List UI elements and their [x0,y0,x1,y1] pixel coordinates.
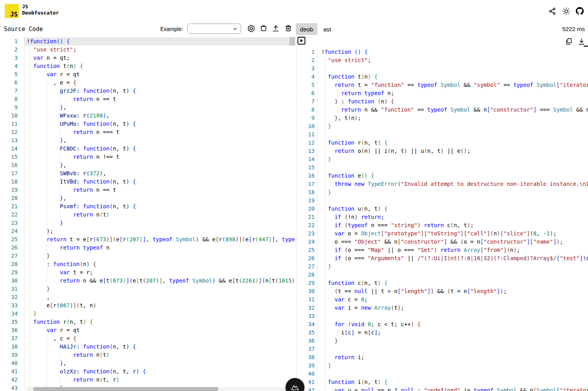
line-number: 32 [0,293,18,301]
line-number: 9 [304,114,315,122]
code-line: 1!function () { [304,48,588,56]
code-line: 4 function t(n) { [0,62,295,70]
code-line: 18 } [304,188,588,196]
left-horizontal-scrollbar-thumb[interactable] [33,387,218,391]
line-number: 13 [304,147,315,155]
code-line: 15 [304,163,588,172]
code-line: 11 [304,130,588,139]
code-text: return n(t, r) [27,376,295,384]
output-editor[interactable]: 1!function () {2 "use strict";34 functio… [304,47,588,391]
output-actions [564,37,586,46]
line-number: 37 [304,345,315,353]
code-line: 32 , [0,293,295,301]
line-number: 7 [304,97,315,106]
code-line: 3 var n = qt; [0,54,295,62]
code-line: 9 }, t(n); [304,114,588,122]
line-number: 11 [0,120,18,128]
code-line: 12 function r(n, t) { [304,139,588,147]
code-text: for (void 0; c < t; c++) { [321,320,588,329]
app-title-line2: Deobfuscator [22,10,59,16]
sun-icon[interactable] [562,7,570,15]
line-number: 10 [304,122,315,130]
code-line: 42 var u = null == n ? null : "undefined… [304,386,588,391]
code-text: return i; [321,353,588,362]
trash-icon[interactable] [284,24,293,33]
code-text: "use strict"; [321,56,588,64]
line-number: 6 [0,79,18,87]
line-number: 40 [0,359,18,367]
example-select[interactable] [187,24,241,34]
line-number: 10 [0,112,18,120]
example-label: Example: [160,26,183,32]
code-line: 35 i[c] = n[c]; [304,329,588,337]
paste-icon[interactable] [259,24,268,33]
code-text: }, [27,103,295,112]
code-text [321,64,588,73]
code-text: if (!n) return; [321,213,588,221]
code-text: e[r(867)](t, n) [27,301,295,310]
code-text [321,312,588,320]
github-icon[interactable] [575,7,584,15]
code-line: 21 if (!n) return; [304,213,588,221]
gear-icon[interactable] [247,24,255,33]
right-scrollbar-indicator[interactable] [584,46,588,47]
code-line: 24 o === "Object" && n["constructor"] &&… [304,238,588,246]
line-number: 1 [304,48,315,56]
chevron-down-icon [233,28,237,30]
line-number: 25 [304,246,315,254]
code-text: WFxxw: r(2108), [27,112,295,120]
line-number: 34 [0,310,18,318]
code-text: : function(n) { [27,260,295,268]
upload-icon[interactable] [271,24,280,33]
tab-deob[interactable]: deob [296,23,317,35]
code-text: !function() { [27,37,295,46]
line-number: 27 [0,252,18,260]
code-line: 31 var c = 0; [304,296,588,304]
code-line: 29 function c(n, t) { [304,279,588,287]
code-line: 13 }, [0,136,295,145]
code-text: throw new TypeError("Invalid attempt to … [321,180,588,188]
line-number: 4 [0,62,18,70]
line-number: 28 [304,271,315,279]
line-number: 38 [304,353,315,362]
code-line: 34 } [0,310,295,318]
line-number: 14 [0,145,18,153]
code-text: return n(t) [27,211,295,219]
line-number: 11 [304,130,315,139]
code-text: } [321,155,588,163]
line-number: 17 [304,180,315,188]
line-number: 3 [0,54,18,62]
code-line: 31 } [0,285,295,293]
tab-ast[interactable]: ast [317,23,337,35]
line-number: 23 [0,219,18,227]
code-line: 6 return typeof n; [304,89,588,97]
line-number: 20 [304,205,315,213]
line-number: 36 [304,337,315,345]
line-number: 12 [304,139,315,147]
play-icon[interactable] [297,37,306,45]
source-editor[interactable]: 1!function() {2 "use strict";3 var n = q… [0,37,295,391]
panel-divider [296,37,297,391]
code-line: 17 throw new TypeError("Invalid attempt … [304,180,588,188]
code-text: if (o === "Map" || o === "Set") return A… [321,246,588,254]
line-number: 8 [0,95,18,103]
line-number: 19 [304,196,315,205]
code-text: FCBOC: function(n, t) { [27,145,295,153]
code-text [321,196,588,205]
share-icon[interactable] [548,7,557,15]
line-number: 24 [0,227,18,235]
code-text: }; [27,227,295,235]
line-number: 12 [0,128,18,136]
left-vertical-scrollbar-thumb[interactable] [289,37,295,46]
code-text: if (o === "Arguments" || /^(?:Ui|I)nt(?:… [321,254,588,263]
code-text: , e = { [27,79,295,87]
line-number: 36 [0,326,18,334]
line-number: 32 [304,304,315,312]
download-icon[interactable] [577,37,586,46]
code-line: 12 return n === t [0,128,295,136]
code-text: } [27,310,295,318]
copy-icon[interactable] [564,37,573,46]
code-line: 32 var i = new Array(t); [304,304,588,312]
code-text: return n && e[t(673)](e[t(207)], typeof … [27,277,295,285]
line-number: 39 [0,351,18,359]
